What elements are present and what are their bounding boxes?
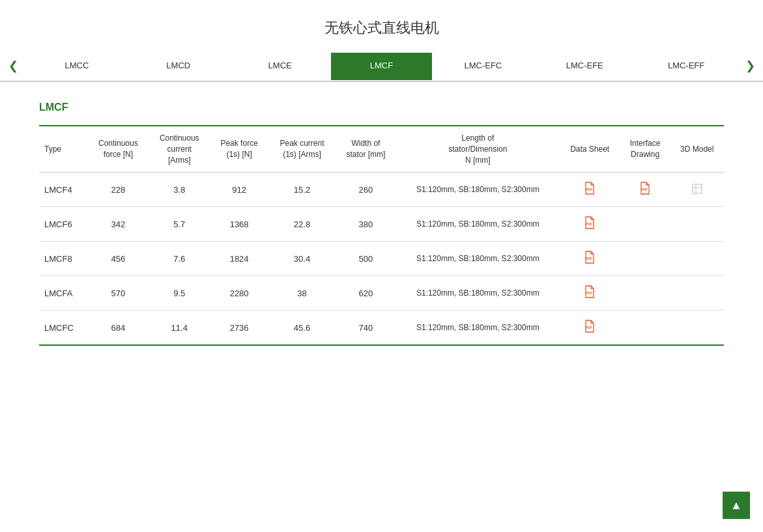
pdf-icon[interactable]: PDF [584, 289, 596, 300]
cell-3d-model [670, 173, 724, 207]
cell-peak-current: 38 [268, 276, 336, 311]
cell-type: LMCFA [39, 276, 87, 311]
cell-data-sheet: PDF [560, 207, 620, 242]
cell-length-stator: S1:120mm, SB:180mm, S2:300mm [396, 276, 560, 311]
table-row: LMCFC 684 11.4 2736 45.6 740 S1:120mm, S… [39, 311, 724, 346]
cell-peak-current: 45.6 [268, 311, 336, 346]
col-header-length-stator: Length ofstator/DimensionN [mm] [396, 126, 560, 173]
col-header-width-stator: Width ofstator [mm] [336, 126, 396, 173]
cell-type: LMCF6 [39, 207, 87, 242]
table-row: LMCFA 570 9.5 2280 38 620 S1:120mm, SB:1… [39, 276, 724, 311]
cell-length-stator: S1:120mm, SB:180mm, S2:300mm [396, 173, 560, 207]
cell-continuous-current: 5.7 [149, 207, 210, 242]
cell-width-stator: 500 [336, 242, 396, 276]
cell-data-sheet: PDF [560, 276, 620, 311]
cell-data-sheet: PDF [560, 242, 620, 276]
cell-continuous-force: 228 [87, 173, 149, 207]
col-header-continuous-current: Continuouscurrent[Arms] [149, 126, 210, 173]
svg-text:PDF: PDF [586, 222, 592, 226]
cell-width-stator: 380 [336, 207, 396, 242]
pdf-icon[interactable]: PDF [584, 324, 596, 335]
cell-continuous-force: 342 [87, 207, 149, 242]
table-row: LMCF8 456 7.6 1824 30.4 500 S1:120mm, SB… [39, 242, 724, 276]
cell-interface-drawing [620, 242, 670, 276]
page-title: 无铁心式直线电机 [0, 0, 763, 51]
tab-LMC-EFE[interactable]: LMC-EFE [534, 53, 635, 80]
cell-data-sheet: PDF [560, 311, 620, 346]
tab-navigation: ❮ LMCC LMCD LMCE LMCF LMC-EFC LMC-EFE LM… [0, 51, 763, 82]
col-header-peak-current: Peak current(1s) [Arms] [268, 126, 336, 173]
cell-peak-current: 22.8 [268, 207, 336, 242]
cell-3d-model [670, 311, 724, 346]
interface-pdf-icon[interactable]: PDF [639, 186, 651, 197]
cell-continuous-current: 11.4 [149, 311, 210, 346]
cell-width-stator: 260 [336, 173, 396, 207]
svg-text:PDF: PDF [586, 257, 592, 260]
col-header-peak-force: Peak force(1s) [N] [210, 126, 268, 173]
cell-type: LMCFC [39, 311, 87, 346]
svg-text:PDF: PDF [641, 188, 648, 191]
product-table: Type Continuousforce [N] Continuouscurre… [39, 125, 724, 346]
tab-LMC-EFF[interactable]: LMC-EFF [635, 53, 737, 80]
cell-peak-force: 2280 [210, 276, 268, 311]
cell-continuous-current: 9.5 [149, 276, 210, 311]
cell-3d-model [670, 242, 724, 276]
svg-text:PDF: PDF [586, 326, 592, 329]
cell-width-stator: 620 [336, 276, 396, 311]
cell-width-stator: 740 [336, 311, 396, 346]
cell-peak-current: 30.4 [268, 242, 336, 276]
3d-model-icon[interactable] [691, 186, 703, 197]
cell-peak-current: 15.2 [268, 173, 336, 207]
cell-interface-drawing: PDF [620, 173, 670, 207]
cell-3d-model [670, 276, 724, 311]
tab-LMCD[interactable]: LMCD [128, 53, 229, 80]
cell-length-stator: S1:120mm, SB:180mm, S2:300mm [396, 207, 560, 242]
cell-interface-drawing [620, 311, 670, 346]
col-header-continuous-force: Continuousforce [N] [87, 126, 149, 173]
cell-3d-model [670, 207, 724, 242]
tab-LMCC[interactable]: LMCC [26, 53, 128, 80]
section-title: LMCF [39, 102, 724, 113]
pdf-icon[interactable]: PDF [584, 220, 596, 231]
cell-continuous-current: 7.6 [149, 242, 210, 276]
content-area: LMCF Type Continuousforce [N] Continuous… [0, 82, 763, 372]
col-header-3d-model: 3D Model [670, 126, 724, 173]
cell-peak-force: 1368 [210, 207, 268, 242]
cell-peak-force: 2736 [210, 311, 268, 346]
cell-continuous-force: 456 [87, 242, 149, 276]
cell-length-stator: S1:120mm, SB:180mm, S2:300mm [396, 311, 560, 346]
svg-text:PDF: PDF [586, 188, 592, 191]
tab-next-arrow[interactable]: ❯ [737, 51, 763, 81]
pdf-icon[interactable]: PDF [584, 255, 596, 266]
svg-rect-2 [693, 184, 702, 193]
cell-data-sheet: PDF [560, 173, 620, 207]
col-header-interface-drawing: InterfaceDrawing [620, 126, 670, 173]
cell-interface-drawing [620, 207, 670, 242]
tab-LMC-EFC[interactable]: LMC-EFC [432, 53, 534, 80]
cell-interface-drawing [620, 276, 670, 311]
cell-continuous-force: 684 [87, 311, 149, 346]
pdf-icon[interactable]: PDF [584, 186, 596, 197]
tab-LMCF[interactable]: LMCF [331, 53, 433, 80]
cell-continuous-current: 3.8 [149, 173, 210, 207]
cell-peak-force: 1824 [210, 242, 268, 276]
svg-text:PDF: PDF [586, 291, 592, 295]
cell-type: LMCF8 [39, 242, 87, 276]
tab-prev-arrow[interactable]: ❮ [0, 51, 26, 81]
cell-type: LMCF4 [39, 173, 87, 207]
table-row: LMCF4 228 3.8 912 15.2 260 S1:120mm, SB:… [39, 173, 724, 207]
col-header-type: Type [39, 126, 87, 173]
cell-peak-force: 912 [210, 173, 268, 207]
col-header-data-sheet: Data Sheet [560, 126, 620, 173]
cell-continuous-force: 570 [87, 276, 149, 311]
table-row: LMCF6 342 5.7 1368 22.8 380 S1:120mm, SB… [39, 207, 724, 242]
cell-length-stator: S1:120mm, SB:180mm, S2:300mm [396, 242, 560, 276]
tab-LMCE[interactable]: LMCE [229, 53, 331, 80]
